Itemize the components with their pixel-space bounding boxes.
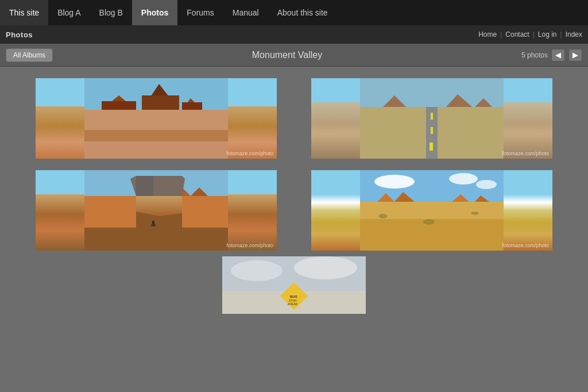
svg-rect-30 bbox=[152, 221, 154, 224]
photo-item-1[interactable]: fotomaze.com/photo bbox=[36, 78, 277, 159]
svg-text:AHEAD: AHEAD bbox=[288, 302, 298, 306]
home-link[interactable]: Home bbox=[478, 30, 497, 39]
nav-item-about[interactable]: About this site bbox=[268, 0, 337, 25]
svg-point-42 bbox=[378, 214, 388, 218]
prev-button[interactable]: ◀ bbox=[551, 49, 565, 62]
svg-rect-19 bbox=[360, 107, 426, 159]
svg-point-34 bbox=[449, 173, 478, 185]
svg-point-33 bbox=[374, 175, 415, 189]
nav-item-this-site[interactable]: This site bbox=[0, 0, 48, 25]
photo-thumb-4: fotomaze.com/photo bbox=[311, 170, 552, 251]
photo-item-2[interactable]: fotomaze.com/photo bbox=[311, 78, 552, 159]
photo-count: 5 photos bbox=[521, 51, 548, 59]
album-title: Monument Valley bbox=[53, 50, 521, 60]
contact-link[interactable]: Contact bbox=[505, 30, 529, 39]
nav-item-manual[interactable]: Manual bbox=[223, 0, 268, 25]
all-albums-button[interactable]: All Albums bbox=[6, 48, 53, 62]
nav-item-blog-a[interactable]: Blog A bbox=[48, 0, 90, 25]
bottom-photo-area: BUS STOP AHEAD bbox=[17, 256, 571, 314]
nav-item-photos[interactable]: Photos bbox=[132, 0, 177, 25]
svg-rect-3 bbox=[102, 101, 136, 110]
svg-rect-28 bbox=[84, 196, 136, 228]
svg-point-47 bbox=[294, 256, 357, 279]
separator-3: | bbox=[560, 30, 562, 39]
svg-point-44 bbox=[471, 212, 479, 215]
nav-item-blog-b[interactable]: Blog B bbox=[90, 0, 132, 25]
next-button[interactable]: ▶ bbox=[568, 49, 582, 62]
nav-item-forums[interactable]: Forums bbox=[177, 0, 223, 25]
photo-caption-1: fotomaze.com/photo bbox=[226, 151, 273, 156]
page-toolbar: All Albums Monument Valley 5 photos ◀ ▶ bbox=[0, 44, 588, 67]
photo-item-5[interactable]: BUS STOP AHEAD bbox=[222, 256, 366, 314]
svg-point-43 bbox=[423, 219, 435, 225]
photo-item-4[interactable]: fotomaze.com/photo bbox=[311, 170, 552, 251]
photo-caption-2: fotomaze.com/photo bbox=[502, 151, 549, 156]
svg-rect-31 bbox=[151, 224, 156, 226]
photo-thumb-3: fotomaze.com/photo bbox=[36, 170, 277, 251]
photos-main: fotomaze.com/photo bbox=[0, 67, 588, 325]
svg-point-35 bbox=[476, 180, 497, 189]
photo-count-area: 5 photos ◀ ▶ bbox=[521, 49, 582, 62]
photo-caption-4: fotomaze.com/photo bbox=[502, 243, 549, 248]
svg-rect-7 bbox=[182, 102, 202, 110]
photo-thumb-1: fotomaze.com/photo bbox=[36, 78, 277, 159]
photos-grid: fotomaze.com/photo bbox=[36, 78, 552, 251]
svg-text:BUS: BUS bbox=[290, 295, 297, 298]
photo-item-3[interactable]: fotomaze.com/photo bbox=[36, 170, 277, 251]
sub-header-links: Home | Contact | Log in | Index bbox=[478, 30, 582, 39]
svg-rect-5 bbox=[142, 95, 179, 110]
svg-rect-20 bbox=[438, 107, 504, 159]
sub-header: Photos Home | Contact | Log in | Index bbox=[0, 25, 588, 44]
svg-rect-29 bbox=[182, 196, 228, 228]
top-navigation: This site Blog A Blog B Photos Forums Ma… bbox=[0, 0, 588, 25]
photo-caption-3: fotomaze.com/photo bbox=[226, 243, 273, 248]
index-link[interactable]: Index bbox=[566, 30, 582, 39]
svg-point-46 bbox=[231, 260, 283, 281]
svg-rect-9 bbox=[84, 141, 228, 159]
svg-rect-17 bbox=[431, 127, 433, 134]
svg-rect-18 bbox=[430, 143, 433, 151]
separator-1: | bbox=[500, 30, 502, 39]
svg-rect-16 bbox=[431, 113, 433, 120]
svg-rect-26 bbox=[136, 176, 153, 196]
section-title: Photos bbox=[6, 30, 33, 39]
photo-thumb-2: fotomaze.com/photo bbox=[311, 78, 552, 159]
login-link[interactable]: Log in bbox=[538, 30, 557, 39]
separator-2: | bbox=[533, 30, 535, 39]
